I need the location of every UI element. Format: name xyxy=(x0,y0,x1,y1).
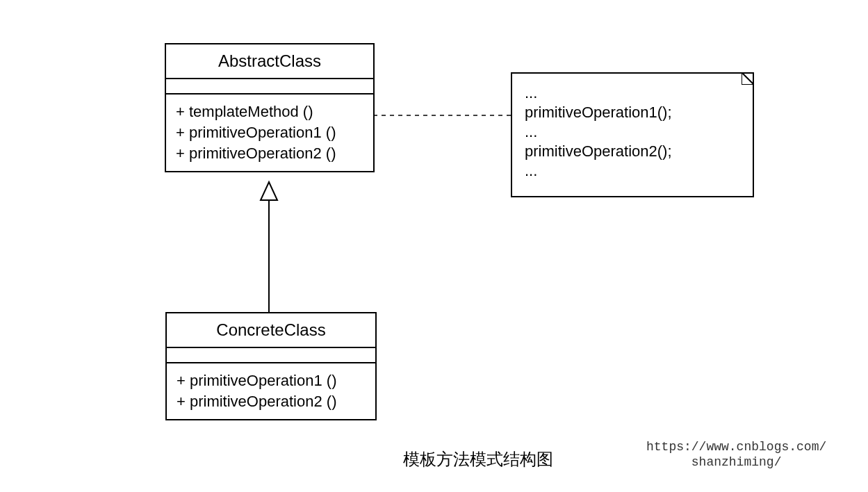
class-methods: + templateMethod () + primitiveOperation… xyxy=(166,95,373,171)
generalization-arrowhead-icon xyxy=(261,182,277,200)
method: + primitiveOperation1 () xyxy=(177,370,366,391)
watermark-text: https://www.cnblogs.com/ shanzhiming/ xyxy=(646,439,826,470)
class-title: AbstractClass xyxy=(166,44,373,79)
class-methods: + primitiveOperation1 () + primitiveOper… xyxy=(167,363,375,419)
note-line: primitiveOperation2(); xyxy=(525,142,740,161)
class-attr-compartment xyxy=(167,348,375,363)
class-attr-compartment xyxy=(166,79,373,95)
uml-class-concrete: ConcreteClass + primitiveOperation1 () +… xyxy=(165,312,377,420)
method: + templateMethod () xyxy=(176,101,363,122)
note-line: ... xyxy=(525,161,740,181)
uml-class-abstract: AbstractClass + templateMethod () + prim… xyxy=(165,43,375,172)
method: + primitiveOperation1 () xyxy=(176,122,363,143)
method: + primitiveOperation2 () xyxy=(176,143,363,164)
note-line: ... xyxy=(525,122,740,142)
diagram-caption: 模板方法模式结构图 xyxy=(403,448,553,470)
note-line: ... xyxy=(525,83,740,103)
uml-note: ... primitiveOperation1(); ... primitive… xyxy=(511,72,754,197)
note-fold-icon xyxy=(742,72,754,85)
method: + primitiveOperation2 () xyxy=(177,391,366,412)
class-title: ConcreteClass xyxy=(167,313,375,348)
note-line: primitiveOperation1(); xyxy=(525,103,740,122)
